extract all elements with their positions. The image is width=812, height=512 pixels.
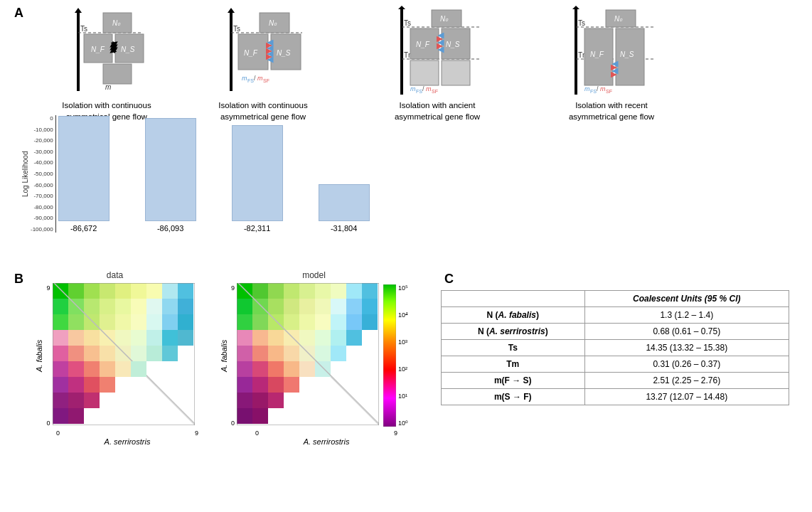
svg-text:SF: SF: [606, 89, 612, 94]
heatmap-1-x-label: A. serrirostris: [105, 437, 151, 446]
section-c-label: C: [444, 272, 454, 287]
svg-text:m: m: [410, 85, 416, 92]
results-table: Coalescent Units (95 % CI) N (A. fabalis…: [441, 290, 789, 405]
svg-text:m: m: [257, 75, 263, 82]
heatmap-2-y-nums: 9 0: [231, 284, 235, 427]
svg-rect-206: [252, 408, 268, 424]
svg-rect-162: [284, 299, 299, 314]
heatmap-1-y-nums: 9 0: [46, 284, 50, 427]
svg-rect-122: [84, 346, 100, 361]
svg-rect-10: [103, 64, 132, 84]
heatmap-data: data A. fabalis 9 0: [31, 270, 408, 446]
svg-marker-18: [230, 13, 233, 91]
y-axis-label: Log Likelihood: [21, 115, 29, 233]
svg-text:Ts: Ts: [404, 19, 411, 27]
svg-rect-158: [362, 283, 378, 299]
svg-rect-159: [237, 299, 252, 314]
svg-rect-161: [268, 299, 284, 314]
svg-text:N_F: N_F: [91, 46, 105, 53]
svg-rect-156: [331, 283, 346, 299]
svg-rect-135: [53, 393, 68, 408]
svg-text:m: m: [105, 83, 111, 91]
svg-rect-94: [162, 283, 178, 299]
svg-rect-111: [146, 314, 162, 330]
table-row: N (A. serrirostris) 0.68 (0.61 – 0.75): [442, 324, 789, 340]
svg-rect-153: [284, 283, 299, 299]
svg-marker-40: [400, 9, 403, 95]
table-cell-param: Ts: [442, 340, 585, 356]
heatmap-2-y-label: A. fabalis: [220, 284, 228, 427]
svg-rect-203: [252, 393, 268, 408]
heatmap-1-container: data A. fabalis 9 0: [31, 270, 198, 446]
model-3-label: Isolation with ancient asymmetrical gene…: [395, 100, 480, 122]
svg-rect-191: [331, 346, 346, 361]
y-axis-ticks: 0 -10,000 -20,000 -30,000 -40,000 -50,00…: [31, 115, 53, 233]
svg-text:FS: FS: [590, 89, 597, 94]
svg-text:FS: FS: [416, 89, 422, 94]
svg-rect-183: [346, 330, 362, 346]
svg-rect-164: [315, 299, 331, 314]
svg-rect-172: [299, 314, 315, 330]
table-cell-param: N (A. serrirostris): [442, 324, 585, 340]
svg-text:SF: SF: [432, 89, 438, 94]
svg-text:m: m: [242, 75, 247, 82]
svg-text:N₀: N₀: [269, 19, 277, 27]
svg-rect-130: [115, 361, 131, 377]
table-row: m(F → S) 2.51 (2.25 – 2.76): [442, 373, 789, 389]
table-cell-param: m(S → F): [442, 389, 585, 405]
svg-rect-126: [53, 361, 68, 377]
svg-rect-155: [315, 283, 331, 299]
table-cell-param: N (A. fabalis): [442, 307, 585, 324]
bar-1-column: -86,672: [58, 115, 109, 233]
svg-rect-98: [84, 299, 100, 314]
bar-2-rect: [145, 118, 196, 221]
table-cell-value: 14.35 (13.32 – 15.38): [584, 340, 789, 356]
svg-rect-196: [299, 361, 315, 377]
svg-rect-198: [237, 377, 252, 393]
svg-rect-195: [284, 361, 299, 377]
svg-rect-131: [53, 377, 68, 393]
svg-rect-192: [237, 361, 252, 377]
svg-text:Ts: Ts: [233, 25, 240, 33]
svg-rect-182: [331, 330, 346, 346]
svg-rect-180: [299, 330, 315, 346]
svg-rect-168: [237, 314, 252, 330]
colorbar-svg: [383, 284, 396, 427]
heatmap-1-x-nums: 0 9: [56, 430, 198, 437]
svg-rect-91: [115, 283, 131, 299]
svg-rect-186: [252, 346, 268, 361]
svg-rect-169: [252, 314, 268, 330]
bar-4-rect: [319, 184, 370, 221]
svg-text:N₀: N₀: [614, 15, 623, 23]
svg-marker-1: [75, 8, 82, 13]
svg-rect-132: [68, 377, 84, 393]
svg-rect-146: [131, 361, 146, 377]
table-row: N (A. fabalis) 1.3 (1.2 – 1.4): [442, 307, 789, 324]
svg-rect-109: [115, 314, 131, 330]
heatmap-1-inner: A. fabalis 9 0: [35, 283, 194, 428]
svg-rect-171: [284, 314, 299, 330]
svg-rect-116: [100, 330, 115, 346]
svg-rect-105: [53, 314, 68, 330]
heatmap-2-x-nums: 0 9: [255, 430, 397, 437]
svg-rect-160: [252, 299, 268, 314]
svg-rect-106: [68, 314, 84, 330]
svg-text:/: /: [597, 85, 599, 92]
model-2-diagram: Ts N₀ N_F N_S m: [217, 6, 309, 98]
heatmap-2-grid: [237, 283, 379, 428]
svg-rect-205: [237, 408, 252, 424]
model-4-diagram: Ts Tm N₀ N_F N_S m FS: [562, 6, 661, 98]
svg-rect-113: [53, 330, 68, 346]
bars-container: -86,672 -86,093 -82,311 -31,804: [58, 115, 370, 233]
svg-rect-188: [284, 346, 299, 361]
colorbar-container: 10⁵ 10⁴ 10³ 10² 10¹ 10⁰: [383, 284, 408, 427]
svg-rect-197: [315, 361, 331, 377]
y-axis-line: [55, 115, 56, 233]
svg-rect-101: [131, 299, 146, 314]
model-1-svg: Ts N₀ N_F N_S m: [64, 6, 149, 98]
svg-rect-199: [252, 377, 268, 393]
svg-rect-145: [178, 330, 193, 346]
bar-3-column: -82,311: [232, 115, 283, 233]
svg-rect-57: [410, 60, 439, 85]
svg-marker-41: [398, 6, 405, 9]
